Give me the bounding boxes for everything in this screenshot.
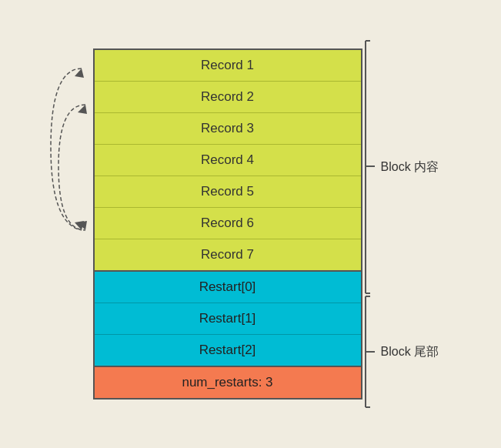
svg-marker-1	[75, 69, 84, 78]
block-tail-label-group: Block 尾部	[362, 295, 439, 409]
record-label-7: Record 7	[201, 247, 254, 262]
record-label-4: Record 4	[201, 152, 254, 167]
block-content-label: Block 内容	[381, 159, 439, 176]
record-label-6: Record 6	[201, 216, 254, 230]
block-content-bracket-icon	[362, 39, 378, 295]
num-restarts-label: num_restarts: 3	[182, 375, 272, 389]
restart-row-1: Restart[1]	[95, 303, 361, 335]
record-label-3: Record 3	[201, 121, 254, 135]
restart-label-0: Restart[0]	[199, 279, 256, 294]
record-label-1: Record 1	[201, 58, 254, 72]
record-row-5: Record 5	[95, 176, 361, 208]
record-row-7: Record 7	[95, 239, 361, 272]
num-restarts-row: num_restarts: 3	[95, 367, 361, 398]
main-layout: Record 1 Record 2 Record 3 Record 4 Reco…	[39, 39, 463, 409]
diagram-container: Record 1 Record 2 Record 3 Record 4 Reco…	[28, 16, 474, 432]
block-content-label-group: Block 内容	[362, 39, 439, 295]
record-label-5: Record 5	[201, 184, 254, 199]
restart-label-1: Restart[1]	[199, 311, 256, 326]
record-row-1: Record 1	[95, 50, 361, 82]
record-label-2: Record 2	[201, 89, 254, 104]
block-tail-label: Block 尾部	[381, 344, 439, 360]
block-tail-bracket-icon	[362, 295, 378, 409]
restart-row-2: Restart[2]	[95, 335, 361, 367]
restart-label-2: Restart[2]	[199, 343, 256, 357]
record-row-4: Record 4	[95, 145, 361, 176]
block-wrapper: Record 1 Record 2 Record 3 Record 4 Reco…	[93, 48, 362, 400]
record-row-2: Record 2	[95, 82, 361, 113]
restart-row-0: Restart[0]	[95, 272, 361, 303]
arrows-area	[39, 39, 93, 409]
labels-area: Block 内容 Block 尾部	[362, 39, 463, 409]
record-row-3: Record 3	[95, 113, 361, 145]
record-row-6: Record 6	[95, 208, 361, 239]
